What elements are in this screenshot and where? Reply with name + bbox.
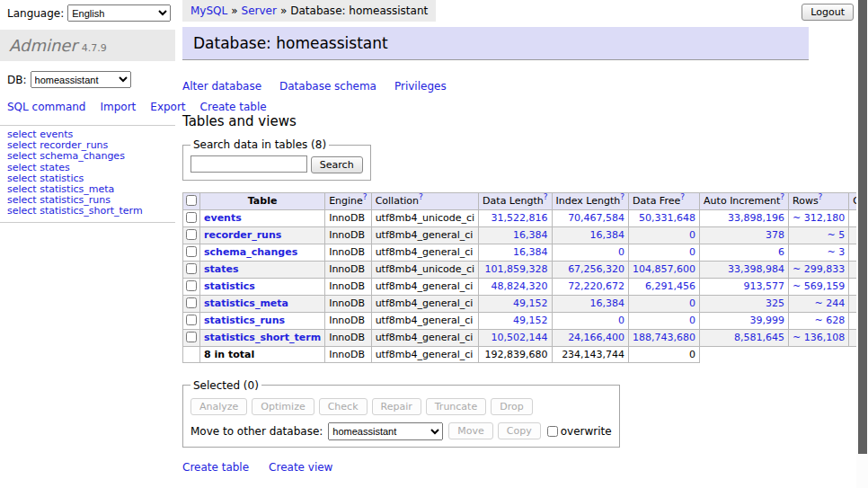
table-name-link[interactable]: states	[204, 263, 239, 275]
search-input[interactable]	[190, 155, 307, 173]
sidebar-link-select-statistics-short-term[interactable]: select statistics_short_term	[7, 206, 168, 217]
sidebar-action-sql-command[interactable]: SQL command	[7, 101, 85, 113]
auto-increment-link[interactable]: 33,398,984	[728, 263, 784, 275]
column-help-link[interactable]: ?	[544, 192, 548, 201]
move-button[interactable]: Move	[448, 422, 493, 439]
nav-link-privileges[interactable]: Privileges	[394, 80, 447, 93]
column-help-link[interactable]: ?	[363, 192, 368, 201]
auto-increment-link[interactable]: 6	[778, 246, 784, 258]
nav-link-alter-database[interactable]: Alter database	[182, 80, 261, 93]
auto-increment-link[interactable]: 39,999	[750, 315, 785, 326]
auto-increment-link[interactable]: 913,577	[744, 280, 785, 292]
vertical-scrollbar[interactable]	[856, 0, 868, 488]
data-length-link[interactable]: 49,152	[513, 315, 548, 326]
rows-link[interactable]: ~ 244	[814, 297, 845, 309]
sidebar-action-import[interactable]: Import	[100, 101, 136, 113]
row-checkbox[interactable]	[186, 332, 197, 342]
sidebar-link-select-schema-changes[interactable]: select schema_changes	[7, 151, 168, 162]
check-button[interactable]: Check	[319, 398, 368, 415]
row-checkbox[interactable]	[186, 246, 197, 257]
rows-link[interactable]: ~ 299,833	[793, 263, 845, 275]
create-link-create-table[interactable]: Create table	[182, 461, 249, 474]
data-free-link[interactable]: 6,291,456	[645, 280, 695, 292]
data-length-link[interactable]: 101,859,328	[485, 263, 548, 275]
data-free-link[interactable]: 188,743,680	[633, 332, 695, 343]
breadcrumb-item-server[interactable]: Server	[242, 4, 277, 17]
repair-button[interactable]: Repair	[372, 398, 421, 415]
copy-button[interactable]: Copy	[498, 422, 541, 439]
table-row: statisticsInnoDButf8mb4_general_ci48,824…	[183, 278, 868, 295]
app-name[interactable]: Adminer	[9, 36, 77, 55]
auto-increment-link[interactable]: 33,898,196	[728, 212, 784, 224]
language-select[interactable]: English	[67, 4, 171, 22]
overwrite-checkbox[interactable]	[547, 426, 558, 437]
index-length-link[interactable]: 67,256,320	[568, 263, 624, 275]
data-length-link[interactable]: 49,152	[513, 297, 548, 309]
data-free-link[interactable]: 0	[689, 297, 695, 309]
index-length-link[interactable]: 0	[618, 246, 624, 258]
scrollbar-thumb[interactable]	[858, 0, 867, 454]
row-checkbox[interactable]	[186, 229, 197, 240]
sidebar-table-links: select eventsselect recorder_runsselect …	[0, 125, 175, 223]
data-free-link[interactable]: 50,331,648	[639, 212, 695, 224]
row-checkbox[interactable]	[186, 280, 197, 291]
data-length-link[interactable]: 16,384	[513, 229, 548, 241]
column-help-link[interactable]: ?	[620, 192, 624, 201]
analyze-button[interactable]: Analyze	[190, 398, 247, 415]
search-button[interactable]: Search	[311, 156, 363, 173]
table-name-link[interactable]: events	[204, 212, 242, 224]
collation-cell: utf8mb4_general_ci	[371, 312, 478, 329]
index-length-link[interactable]: 16,384	[590, 297, 625, 309]
data-free-link[interactable]: 104,857,600	[633, 263, 695, 275]
nav-link-database-schema[interactable]: Database schema	[279, 80, 376, 93]
sidebar: Language:English Adminer4.7.9 DB:homeass…	[0, 0, 175, 223]
data-length-link[interactable]: 10,502,144	[492, 332, 548, 343]
rows-link[interactable]: ~ 3	[827, 246, 845, 258]
rows-link[interactable]: ~ 569,159	[793, 280, 845, 292]
column-help-link[interactable]: ?	[819, 192, 823, 201]
index-length-link[interactable]: 24,166,400	[568, 332, 624, 343]
rows-link[interactable]: ~ 312,180	[793, 212, 845, 224]
sidebar-link-select-states[interactable]: select states	[7, 163, 168, 173]
rows-link[interactable]: ~ 628	[814, 315, 845, 326]
move-db-select[interactable]: homeassistant	[328, 422, 443, 440]
row-checkbox[interactable]	[186, 263, 197, 274]
row-checkbox[interactable]	[186, 297, 197, 308]
db-select[interactable]: homeassistant	[31, 71, 131, 88]
data-free-link[interactable]: 0	[689, 246, 695, 258]
table-name-link[interactable]: recorder_runs	[204, 229, 281, 241]
column-help-link[interactable]: ?	[780, 192, 784, 201]
selected-buttons: AnalyzeOptimizeCheckRepairTruncateDrop	[190, 398, 612, 415]
table-name-link[interactable]: statistics	[204, 280, 255, 292]
column-help-link[interactable]: ?	[419, 192, 423, 201]
row-checkbox[interactable]	[186, 315, 197, 325]
row-checkbox[interactable]	[186, 212, 197, 223]
data-free-link[interactable]: 0	[689, 229, 695, 241]
logout-button[interactable]: Logout	[802, 4, 854, 21]
index-length-link[interactable]: 16,384	[590, 229, 625, 241]
column-help-link[interactable]: ?	[680, 192, 685, 201]
table-name-link[interactable]: statistics_runs	[204, 315, 285, 326]
breadcrumb-item-mysql[interactable]: MySQL	[190, 4, 227, 17]
index-length-link[interactable]: 70,467,584	[568, 212, 624, 224]
breadcrumb-separator: »	[231, 4, 237, 17]
auto-increment-link[interactable]: 325	[766, 297, 784, 309]
table-name-link[interactable]: schema_changes	[204, 246, 297, 258]
auto-increment-link[interactable]: 8,581,645	[734, 332, 784, 343]
table-name-link[interactable]: statistics_short_term	[204, 332, 321, 343]
select-all-checkbox[interactable]	[186, 195, 197, 206]
index-length-link[interactable]: 72,220,672	[568, 280, 624, 292]
index-length-link[interactable]: 0	[618, 315, 624, 326]
rows-link[interactable]: ~ 5	[827, 229, 845, 241]
truncate-button[interactable]: Truncate	[426, 398, 486, 415]
optimize-button[interactable]: Optimize	[252, 398, 314, 415]
auto-increment-link[interactable]: 378	[766, 229, 784, 241]
data-length-link[interactable]: 48,824,320	[492, 280, 548, 292]
rows-link[interactable]: ~ 136,108	[793, 332, 845, 343]
create-link-create-view[interactable]: Create view	[269, 461, 332, 474]
drop-button[interactable]: Drop	[491, 398, 532, 415]
data-length-link[interactable]: 16,384	[513, 246, 548, 258]
data-free-link[interactable]: 0	[689, 315, 695, 326]
data-length-link[interactable]: 31,522,816	[492, 212, 548, 224]
table-name-link[interactable]: statistics_meta	[204, 297, 288, 309]
